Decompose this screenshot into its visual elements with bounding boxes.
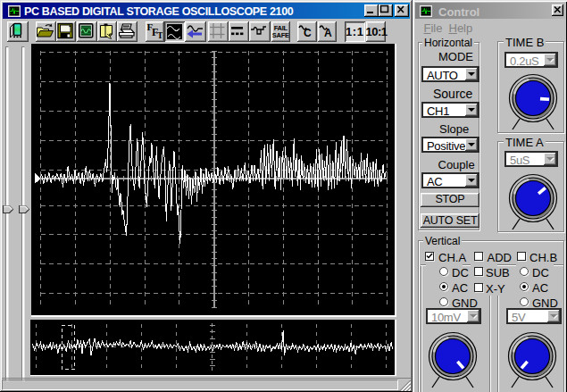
svg-text:C: C [304, 27, 312, 39]
svg-text:T: T [157, 30, 163, 40]
svg-text:A: A [324, 27, 332, 39]
